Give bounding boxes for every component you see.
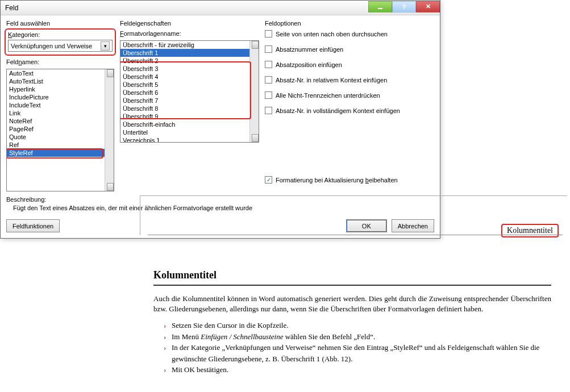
titlebar: Feld ? ✕ (1, 1, 440, 15)
close-button[interactable]: ✕ (416, 1, 440, 12)
option-checkbox[interactable]: Seite von unten nach oben durchsuchen (265, 30, 434, 37)
list-item[interactable]: PageRef (7, 125, 114, 133)
dialog-title: Feld (5, 4, 368, 12)
scrollbar[interactable] (249, 41, 259, 142)
list-item: In der Kategorie „Verknüpfungen und Verw… (164, 342, 551, 364)
checkbox-icon (265, 91, 272, 99)
list-item[interactable]: IncludeText (7, 101, 114, 109)
option-label: Alle Nicht-Trennzeichen unterdrücken (276, 92, 380, 99)
list-item[interactable]: Verzeichnis 1 (120, 136, 259, 143)
list-item: Mit OK bestätigen. (164, 364, 551, 376)
doc-paragraph: Auch die Kolumnentitel können in Word au… (153, 294, 551, 314)
option-label: Absatzposition einfügen (276, 61, 342, 68)
section-properties-label: Feldeigenschaften (120, 20, 259, 27)
section-options-label: Feldoptionen (265, 20, 434, 27)
feldnamen-label: Feldnamen: (6, 59, 114, 65)
list-item[interactable]: AutoTextList (7, 77, 114, 85)
option-label: Seite von unten nach oben durchsuchen (276, 31, 388, 37)
list-item[interactable]: Überschrift 4 (120, 73, 259, 81)
list-item[interactable]: Überschrift 2 (120, 57, 259, 65)
list-item[interactable]: StyleRef (7, 149, 114, 157)
list-item: Setzen Sie den Cursor in die Kopfzeile. (164, 320, 551, 331)
feldnamen-listbox[interactable]: AutoTextAutoTextListHyperlinkIncludePict… (6, 69, 114, 191)
list-item[interactable]: Hyperlink (7, 85, 114, 93)
kategorien-label: Kategorien: (8, 31, 113, 38)
list-item[interactable]: Überschrift 6 (120, 89, 259, 97)
list-item[interactable]: Überschrift 1 (120, 49, 259, 57)
option-checkbox[interactable]: Absatz-Nr. in relativem Kontext einfügen (265, 76, 434, 84)
list-item[interactable]: Link (7, 109, 114, 117)
list-item[interactable]: Überschrift-einfach (120, 120, 259, 128)
doc-heading: Kolumnentitel (153, 269, 551, 281)
option-label: Absatz-Nr. in relativem Kontext einfügen (276, 77, 387, 84)
list-item[interactable]: NoteRef (7, 117, 114, 125)
section-select-label: Feld auswählen (6, 20, 114, 27)
formatvorlagen-listbox[interactable]: Titel für einfachtextTitel-JahreszahlÜbe… (120, 40, 259, 143)
titlebar-buttons: ? ✕ (368, 3, 440, 12)
list-item[interactable]: Überschrift 7 (120, 97, 259, 105)
option-checkbox[interactable]: Absatznummer einfügen (265, 45, 434, 53)
list-item[interactable]: Ref (7, 141, 114, 149)
checkbox-icon (265, 30, 272, 37)
preserve-format-checkbox[interactable]: ✓ Formatierung bei Aktualisierung beibeh… (265, 176, 434, 184)
option-label: Absatz-Nr. in vollständigem Kontext einf… (276, 107, 400, 114)
option-checkbox[interactable]: Alle Nicht-Trennzeichen unterdrücken (265, 91, 434, 99)
list-item[interactable]: Untertitel (120, 128, 259, 136)
help-button[interactable]: ? (392, 1, 416, 12)
doc-list: Setzen Sie den Cursor in die Kopfzeile.I… (153, 320, 551, 376)
list-item[interactable]: Überschrift 3 (120, 65, 259, 73)
list-item: Im Menü Einfügen / Schnellbausteine wähl… (164, 331, 551, 343)
minimize-button[interactable] (368, 1, 392, 12)
scrollbar[interactable] (105, 69, 114, 191)
list-item[interactable]: IncludePicture (7, 93, 114, 101)
chevron-down-icon[interactable]: ▾ (101, 41, 110, 51)
option-label: Absatznummer einfügen (276, 46, 343, 53)
checkbox-icon (265, 107, 272, 114)
kategorien-value: Verknüpfungen und Verweise (11, 43, 101, 49)
svg-rect-0 (378, 8, 382, 9)
list-item[interactable]: Überschrift 5 (120, 81, 259, 89)
kolumnentitel-header: Kolumnentitel (501, 224, 559, 237)
list-item[interactable]: Überschrift - für zweizeilig (120, 41, 259, 49)
option-checkbox[interactable]: Absatz-Nr. in vollständigem Kontext einf… (265, 107, 434, 114)
kategorien-dropdown[interactable]: Verknüpfungen und Verweise ▾ (8, 40, 113, 52)
option-checkbox[interactable]: Absatzposition einfügen (265, 61, 434, 68)
list-item[interactable]: Überschrift 9 (120, 112, 259, 120)
document-body: Kolumnentitel Auch die Kolumnentitel kön… (153, 269, 551, 376)
checkbox-icon: ✓ (265, 176, 272, 184)
formatvorlagen-label: Formatvorlagenname: (120, 30, 259, 37)
checkbox-icon (265, 45, 272, 53)
checkbox-icon (265, 61, 272, 68)
preserve-format-label: Formatierung bei Aktualisierung beibehal… (276, 177, 398, 184)
checkbox-icon (265, 76, 272, 84)
list-item[interactable]: Quote (7, 133, 114, 141)
feldfunktionen-button[interactable]: Feldfunktionen (6, 219, 60, 232)
list-item[interactable]: Überschrift 8 (120, 105, 259, 112)
list-item[interactable]: AutoText (7, 69, 114, 77)
